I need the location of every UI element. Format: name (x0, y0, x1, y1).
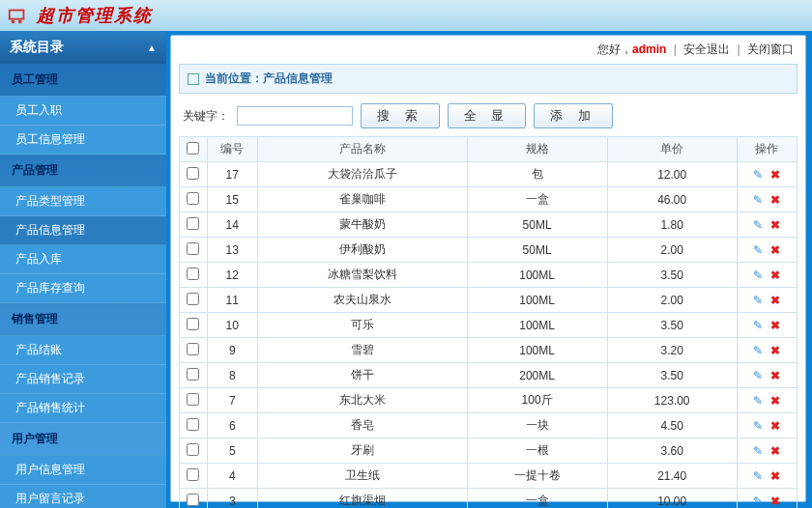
cell-spec: 一块 (467, 413, 607, 438)
delete-icon[interactable]: ✖ (768, 394, 782, 408)
cell-spec: 一根 (467, 438, 607, 464)
cell-spec: 一提十卷 (467, 464, 607, 489)
sidebar-item[interactable]: 产品类型管理 (0, 187, 166, 216)
row-checkbox[interactable] (187, 192, 199, 205)
th-name: 产品名称 (257, 137, 467, 162)
svg-point-1 (12, 20, 15, 24)
delete-icon[interactable]: ✖ (768, 494, 782, 508)
cell-price: 3.20 (607, 338, 737, 363)
row-checkbox[interactable] (187, 217, 199, 230)
edit-icon[interactable]: ✎ (751, 294, 765, 307)
edit-icon[interactable]: ✎ (751, 344, 765, 357)
cell-id: 11 (207, 288, 257, 313)
cell-name: 大袋洽洽瓜子 (257, 162, 467, 187)
table-row: 7东北大米100斤123.00✎✖ (180, 388, 798, 413)
delete-icon[interactable]: ✖ (768, 419, 782, 433)
edit-icon[interactable]: ✎ (751, 193, 765, 207)
row-checkbox[interactable] (187, 418, 199, 431)
keyword-label: 关键字： (183, 108, 229, 125)
row-checkbox[interactable] (187, 494, 199, 506)
delete-icon[interactable]: ✖ (768, 168, 782, 182)
logout-link[interactable]: 安全退出 (683, 42, 730, 56)
close-window-link[interactable]: 关闭窗口 (747, 42, 794, 56)
edit-icon[interactable]: ✎ (751, 268, 765, 282)
row-checkbox[interactable] (187, 343, 199, 355)
cell-id: 8 (207, 363, 257, 388)
select-all-checkbox[interactable] (187, 142, 199, 155)
row-checkbox[interactable] (187, 443, 199, 456)
search-button[interactable]: 搜 索 (361, 103, 440, 128)
sidebar-item[interactable]: 用户信息管理 (0, 456, 166, 485)
edit-icon[interactable]: ✎ (751, 494, 765, 508)
row-checkbox[interactable] (187, 268, 199, 280)
delete-icon[interactable]: ✖ (768, 268, 782, 282)
cell-price: 1.80 (607, 212, 737, 238)
delete-icon[interactable]: ✖ (768, 444, 782, 458)
svg-point-2 (18, 20, 22, 24)
cell-id: 13 (207, 238, 257, 263)
edit-icon[interactable]: ✎ (751, 444, 765, 458)
edit-icon[interactable]: ✎ (751, 218, 765, 232)
edit-icon[interactable]: ✎ (751, 369, 765, 382)
sidebar-section-header[interactable]: 用户管理 (0, 423, 166, 456)
toolbar: 关键字： 搜 索 全 显 添 加 (171, 99, 805, 132)
delete-icon[interactable]: ✖ (768, 294, 782, 307)
keyword-input[interactable] (237, 106, 353, 126)
sidebar-section-header[interactable]: 销售管理 (0, 303, 166, 336)
cell-id: 17 (207, 162, 257, 187)
th-spec: 规格 (467, 137, 607, 162)
row-checkbox[interactable] (187, 393, 199, 406)
sidebar-item[interactable]: 产品销售统计 (0, 394, 166, 423)
cell-price: 123.00 (607, 388, 737, 413)
edit-icon[interactable]: ✎ (751, 394, 765, 408)
delete-icon[interactable]: ✖ (768, 319, 782, 332)
row-checkbox[interactable] (187, 468, 199, 481)
sidebar-item[interactable]: 用户留言记录 (0, 485, 166, 508)
sidebar-item[interactable]: 产品入库 (0, 245, 166, 274)
edit-icon[interactable]: ✎ (751, 469, 765, 483)
edit-icon[interactable]: ✎ (751, 243, 765, 257)
row-checkbox[interactable] (187, 293, 199, 305)
sidebar-item[interactable]: 员工入职 (0, 97, 166, 126)
table-row: 17大袋洽洽瓜子包12.00✎✖ (180, 162, 798, 187)
sidebar: 系统目录 ▲ 员工管理员工入职员工信息管理产品管理产品类型管理产品信息管理产品入… (0, 31, 166, 508)
sidebar-item[interactable]: 产品结账 (0, 336, 166, 365)
cell-id: 12 (207, 263, 257, 288)
cell-id: 7 (207, 388, 257, 413)
edit-icon[interactable]: ✎ (751, 419, 765, 433)
delete-icon[interactable]: ✖ (768, 344, 782, 357)
delete-icon[interactable]: ✖ (768, 218, 782, 232)
cell-id: 9 (207, 338, 257, 363)
row-checkbox[interactable] (187, 318, 199, 330)
delete-icon[interactable]: ✖ (768, 193, 782, 207)
row-checkbox[interactable] (187, 242, 199, 255)
edit-icon[interactable]: ✎ (751, 319, 765, 332)
cell-price: 2.00 (607, 288, 737, 313)
cell-spec: 一盒 (467, 187, 607, 212)
row-checkbox[interactable] (187, 368, 199, 381)
delete-icon[interactable]: ✖ (768, 243, 782, 257)
sidebar-item[interactable]: 产品库存查询 (0, 274, 166, 303)
sidebar-item[interactable]: 产品信息管理 (0, 216, 166, 245)
cell-id: 6 (207, 413, 257, 438)
sidebar-item[interactable]: 员工信息管理 (0, 126, 166, 155)
cell-price: 21.40 (607, 464, 737, 489)
showall-button[interactable]: 全 显 (448, 103, 527, 128)
cell-price: 46.00 (607, 187, 737, 212)
table-row: 8饼干200ML3.50✎✖ (180, 363, 798, 388)
delete-icon[interactable]: ✖ (768, 369, 782, 382)
add-button[interactable]: 添 加 (534, 103, 613, 128)
sidebar-section-header[interactable]: 员工管理 (0, 64, 166, 97)
cell-name: 伊利酸奶 (257, 238, 467, 263)
delete-icon[interactable]: ✖ (768, 469, 782, 483)
cell-price: 3.60 (607, 438, 737, 464)
cell-spec: 50ML (467, 238, 607, 263)
row-checkbox[interactable] (187, 167, 199, 180)
sidebar-section-header[interactable]: 产品管理 (0, 155, 166, 187)
cell-spec: 100ML (467, 288, 607, 313)
collapse-icon[interactable]: ▲ (147, 42, 157, 53)
breadcrumb: 当前位置：产品信息管理 (179, 64, 798, 94)
cell-name: 雪碧 (257, 338, 467, 363)
edit-icon[interactable]: ✎ (751, 168, 765, 182)
sidebar-item[interactable]: 产品销售记录 (0, 365, 166, 394)
